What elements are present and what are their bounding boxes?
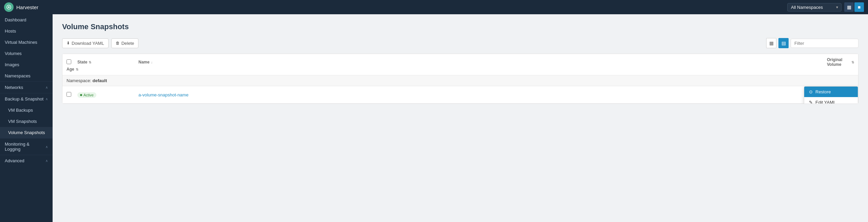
sidebar-group-backup: Backup & Snapshot ∧ VM Backups VM Snapsh… — [0, 93, 53, 138]
filter-input[interactable] — [791, 39, 858, 48]
sidebar-item-volumes[interactable]: Volumes — [0, 48, 53, 59]
toolbar-left: ⬇ Download YAML 🗑 Delete — [62, 38, 138, 48]
namespace-name: default — [93, 78, 107, 83]
app-logo — [4, 2, 14, 12]
download-icon: ⬇ — [67, 41, 70, 45]
state-column-header[interactable]: State ⇅ — [77, 60, 138, 64]
state-sort-icon: ⇅ — [89, 60, 91, 64]
grid-view-icon: ▦ — [769, 40, 774, 46]
name-column-header[interactable]: Name ↓ — [138, 60, 827, 64]
restore-icon: ⊙ — [809, 89, 813, 94]
view-list-button[interactable]: ▤ — [778, 38, 789, 48]
sidebar-item-images[interactable]: Images — [0, 59, 53, 70]
sidebar-item-vm-snapshots[interactable]: VM Snapshots — [0, 116, 53, 127]
sidebar-item-hosts[interactable]: Hosts — [0, 25, 53, 37]
context-menu-restore[interactable]: ⊙ Restore — [804, 87, 858, 97]
row-name-link[interactable]: a-volume-snapshot-name — [138, 92, 827, 97]
edit-yaml-icon: ✎ — [809, 100, 813, 104]
original-volume-column-header[interactable]: Original Volume ⇅ — [827, 57, 854, 67]
topbar-grid-btn[interactable]: ▦ — [844, 2, 854, 12]
networks-chevron-icon: ∧ — [45, 86, 48, 89]
toolbar: ⬇ Download YAML 🗑 Delete ▦ ▤ — [62, 38, 858, 48]
view-grid-button[interactable]: ▦ — [766, 38, 776, 48]
monitoring-chevron-icon: ∧ — [45, 145, 48, 149]
sidebar-item-advanced[interactable]: Advanced ∧ — [0, 155, 53, 166]
original-volume-sort-icon: ⇅ — [851, 60, 854, 64]
sidebar-item-namespaces[interactable]: Namespaces — [0, 70, 53, 81]
sidebar-item-backup-snapshot[interactable]: Backup & Snapshot ∧ — [0, 93, 53, 105]
select-all-checkbox-wrapper — [67, 59, 77, 65]
sidebar-group-networks: Networks ∧ — [0, 81, 53, 93]
app-title: Harvester — [16, 4, 38, 10]
toolbar-right: ▦ ▤ — [766, 38, 858, 48]
sidebar: Dashboard Hosts Virtual Machines Volumes… — [0, 14, 53, 222]
list-view-icon: ▤ — [781, 40, 786, 46]
backup-chevron-icon: ∧ — [45, 97, 48, 101]
table-header: State ⇅ Name ↓ Original Volume ⇅ Age ⇅ — [62, 54, 858, 75]
row-checkbox[interactable] — [67, 92, 71, 97]
sidebar-item-monitoring-logging[interactable]: Monitoring & Logging ∧ — [0, 138, 53, 155]
sidebar-item-vm-backups[interactable]: VM Backups — [0, 105, 53, 116]
sidebar-group-monitoring: Monitoring & Logging ∧ — [0, 138, 53, 155]
main-content: Volume Snapshots ⬇ Download YAML 🗑 Delet… — [53, 14, 868, 222]
name-sort-icon: ↓ — [151, 60, 153, 64]
age-column-header[interactable]: Age ⇅ — [67, 67, 77, 72]
advanced-chevron-icon: ∧ — [45, 159, 48, 163]
row-checkbox-wrapper — [67, 92, 77, 98]
table-row: Active a-volume-snapshot-name an-empty-v… — [62, 86, 858, 104]
delete-icon: 🗑 — [116, 41, 120, 45]
topbar: Harvester All Namespaces default kube-sy… — [0, 0, 868, 14]
age-sort-icon: ⇅ — [76, 68, 78, 71]
topbar-actions: ▦ ■ — [844, 2, 864, 12]
context-menu: ⊙ Restore ✎ Edit YAML ⬇ Download YAML ⧉ … — [804, 86, 858, 104]
namespace-wrapper: All Namespaces default kube-system ▼ — [787, 3, 842, 12]
namespace-select[interactable]: All Namespaces default kube-system — [787, 3, 842, 12]
page-title: Volume Snapshots — [62, 22, 858, 31]
status-dot — [80, 94, 82, 96]
sidebar-item-networks[interactable]: Networks ∧ — [0, 82, 53, 93]
status-badge: Active — [77, 92, 96, 98]
namespace-row: Namespace: default — [62, 75, 858, 86]
sidebar-item-volume-snapshots[interactable]: Volume Snapshots — [0, 127, 53, 138]
sidebar-item-dashboard[interactable]: Dashboard — [0, 14, 53, 25]
topbar-list-btn[interactable]: ■ — [854, 2, 864, 12]
sidebar-item-virtual-machines[interactable]: Virtual Machines — [0, 37, 53, 48]
topbar-right: All Namespaces default kube-system ▼ ▦ ■ — [787, 2, 864, 12]
sidebar-group-advanced: Advanced ∧ — [0, 155, 53, 166]
context-menu-edit-yaml[interactable]: ✎ Edit YAML — [804, 97, 858, 104]
download-yaml-button[interactable]: ⬇ Download YAML — [62, 38, 109, 48]
row-state: Active — [77, 92, 138, 98]
delete-button[interactable]: 🗑 Delete — [111, 38, 139, 48]
select-all-checkbox[interactable] — [67, 59, 71, 64]
layout: Dashboard Hosts Virtual Machines Volumes… — [0, 14, 868, 222]
topbar-left: Harvester — [4, 2, 38, 12]
table-container: State ⇅ Name ↓ Original Volume ⇅ Age ⇅ — [62, 54, 858, 104]
